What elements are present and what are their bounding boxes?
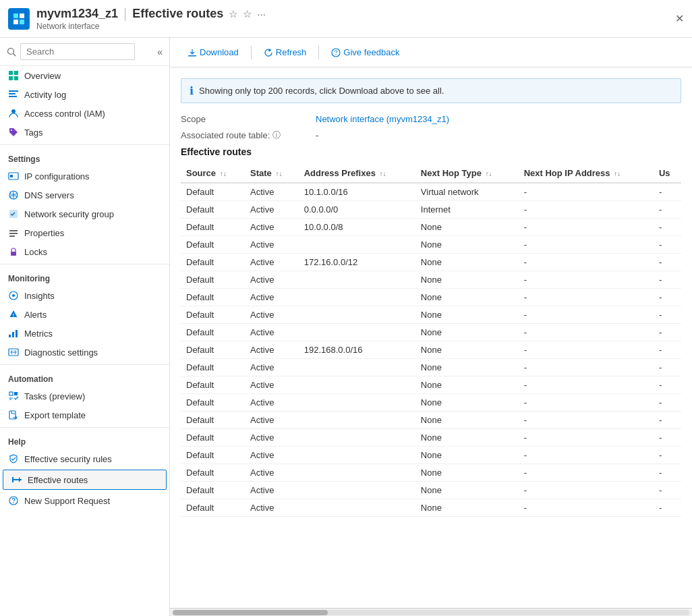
col-us[interactable]: Us — [654, 164, 681, 183]
col-source[interactable]: Source ↑↓ — [181, 164, 245, 183]
col-next-hop-type[interactable]: Next Hop Type ↑↓ — [415, 164, 519, 183]
sidebar-item-locks[interactable]: Locks — [0, 242, 169, 261]
svg-point-43 — [336, 54, 337, 55]
star-icon-2[interactable]: ☆ — [243, 8, 252, 20]
cell-next-hop-ip: - — [519, 201, 654, 219]
dns-servers-icon — [8, 190, 19, 200]
scrollbar-thumb — [173, 610, 328, 615]
cell-address-prefixes — [299, 499, 415, 517]
sidebar-item-network-security-group[interactable]: Network security group — [0, 204, 169, 223]
give-feedback-button[interactable]: Give feedback — [324, 44, 406, 61]
sidebar-item-label-properties: Properties — [24, 228, 64, 238]
table-row: Default Active None - - — [181, 412, 681, 429]
sidebar-item-activity-log[interactable]: Activity log — [0, 85, 169, 104]
svg-rect-28 — [9, 335, 11, 337]
sidebar-item-diagnostic-settings[interactable]: Diagnostic settings — [0, 343, 169, 362]
svg-rect-1 — [20, 13, 24, 18]
cell-next-hop-type: None — [415, 359, 519, 376]
col-next-hop-ip[interactable]: Next Hop IP Address ↑↓ — [519, 164, 654, 183]
cell-address-prefixes — [299, 429, 415, 447]
sidebar-collapse-button[interactable]: « — [157, 47, 163, 57]
cell-us: - — [654, 219, 681, 236]
refresh-button[interactable]: Refresh — [257, 44, 314, 61]
star-icon-1[interactable]: ☆ — [229, 8, 237, 20]
col-state[interactable]: State ↑↓ — [245, 164, 299, 183]
sidebar: « Overview Activity log Access control (… — [0, 38, 170, 616]
search-input[interactable] — [20, 43, 135, 60]
table-row: Default Active 192.168.0.0/16 None - - — [181, 341, 681, 359]
cell-source: Default — [181, 429, 245, 447]
sidebar-item-new-support-request[interactable]: New Support Request — [0, 491, 169, 510]
sidebar-item-tasks-preview[interactable]: Tasks (preview) — [0, 387, 169, 405]
col-address-prefixes[interactable]: Address Prefixes ↑↓ — [299, 164, 415, 183]
table-row: Default Active 10.0.0.0/8 None - - — [181, 219, 681, 236]
sidebar-item-metrics[interactable]: Metrics — [0, 324, 169, 343]
refresh-label: Refresh — [276, 47, 307, 57]
toolbar-separator-1 — [251, 46, 252, 59]
metrics-icon — [8, 328, 19, 339]
more-icon[interactable]: ··· — [257, 8, 266, 20]
svg-rect-33 — [14, 392, 18, 395]
cell-state: Active — [245, 306, 299, 324]
cell-state: Active — [245, 289, 299, 306]
cell-state: Active — [245, 499, 299, 517]
cell-next-hop-ip: - — [519, 447, 654, 464]
close-icon[interactable]: ✕ — [675, 12, 684, 25]
svg-rect-21 — [9, 233, 18, 234]
tasks-icon — [8, 391, 19, 401]
svg-rect-26 — [13, 314, 14, 316]
sidebar-item-label-dns-servers: DNS servers — [24, 190, 74, 200]
sidebar-item-access-control[interactable]: Access control (IAM) — [0, 104, 169, 123]
effective-security-rules-icon — [8, 453, 19, 464]
give-feedback-label: Give feedback — [343, 47, 399, 57]
svg-rect-32 — [9, 392, 13, 395]
cell-next-hop-ip: - — [519, 376, 654, 394]
cell-source: Default — [181, 306, 245, 324]
cell-source: Default — [181, 271, 245, 289]
cell-state: Active — [245, 183, 299, 201]
cell-state: Active — [245, 429, 299, 447]
cell-source: Default — [181, 464, 245, 482]
cell-next-hop-type: None — [415, 324, 519, 341]
cell-next-hop-type: None — [415, 341, 519, 359]
svg-rect-7 — [14, 71, 18, 75]
sidebar-item-overview[interactable]: Overview — [0, 66, 169, 85]
sidebar-item-export-template[interactable]: Export template — [0, 405, 169, 424]
svg-rect-2 — [13, 20, 18, 24]
cell-source: Default — [181, 412, 245, 429]
cell-address-prefixes: 192.168.0.0/16 — [299, 341, 415, 359]
sidebar-item-tags[interactable]: Tags — [0, 123, 169, 142]
cell-next-hop-type: Virtual network — [415, 183, 519, 201]
sidebar-item-insights[interactable]: Insights — [0, 286, 169, 305]
cell-next-hop-type: None — [415, 499, 519, 517]
sidebar-item-effective-security-rules[interactable]: Effective security rules — [0, 449, 169, 468]
sidebar-item-ip-configurations[interactable]: IP configurations — [0, 167, 169, 186]
associated-route-table-row: Associated route table: ⓘ - — [181, 130, 681, 141]
refresh-icon — [264, 48, 273, 57]
table-row: Default Active None - - — [181, 447, 681, 464]
sidebar-item-properties[interactable]: Properties — [0, 223, 169, 242]
horizontal-scrollbar[interactable] — [170, 608, 692, 616]
cell-us: - — [654, 201, 681, 219]
cell-address-prefixes — [299, 447, 415, 464]
sidebar-item-label-tasks-preview: Tasks (preview) — [24, 391, 85, 401]
cell-address-prefixes — [299, 236, 415, 254]
download-button[interactable]: Download — [181, 44, 246, 61]
cell-us: - — [654, 359, 681, 376]
cell-state: Active — [245, 254, 299, 271]
cell-next-hop-type: None — [415, 219, 519, 236]
table-row: Default Active None - - — [181, 394, 681, 412]
cell-address-prefixes — [299, 412, 415, 429]
nsg-icon — [8, 208, 19, 219]
sidebar-item-alerts[interactable]: Alerts — [0, 305, 169, 324]
cell-source: Default — [181, 499, 245, 517]
cell-next-hop-ip: - — [519, 341, 654, 359]
page-name: Effective routes — [132, 7, 223, 21]
svg-rect-20 — [9, 230, 18, 231]
info-banner: ℹ Showing only top 200 records, click Do… — [181, 78, 681, 103]
sidebar-item-dns-servers[interactable]: DNS servers — [0, 186, 169, 204]
diagnostic-settings-icon — [8, 347, 19, 358]
sidebar-item-effective-routes[interactable]: Effective routes — [3, 470, 167, 490]
associated-route-table-label: Associated route table: ⓘ — [181, 130, 316, 141]
cell-next-hop-ip: - — [519, 236, 654, 254]
